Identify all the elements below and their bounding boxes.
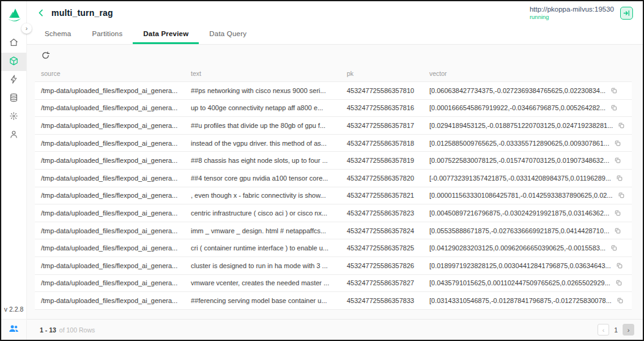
- sidebar-item-home[interactable]: [1, 34, 26, 53]
- chevron-right-icon: ›: [627, 326, 630, 334]
- sidebar-item-user[interactable]: [1, 126, 26, 144]
- next-page-button[interactable]: ›: [623, 324, 634, 335]
- cell-text: centric infrastructure ( cisco aci ) or …: [185, 209, 341, 217]
- collection-tabs: Schema Partitions Data Preview Data Quer…: [27, 24, 643, 45]
- sidebar-item-database[interactable]: [1, 53, 26, 71]
- main-content: multi_turn_rag http://pkoppa-milvus:1953…: [27, 1, 643, 340]
- vector-value: [0.00450897216796875,-0.030242919921875,…: [429, 209, 609, 217]
- copy-icon[interactable]: [614, 140, 621, 147]
- column-header-source: source: [35, 70, 185, 77]
- back-button[interactable]: [35, 7, 46, 18]
- sidebar-item-search[interactable]: [1, 71, 26, 89]
- cell-pk: 453247725586357833: [341, 297, 423, 304]
- copy-icon[interactable]: [616, 262, 623, 269]
- sidebar-collapse-toggle[interactable]: ›: [21, 23, 32, 34]
- cube-icon: [9, 56, 19, 69]
- table-row[interactable]: /tmp-data/uploaded_files/flexpod_ai_gene…: [35, 292, 632, 310]
- copy-icon[interactable]: [614, 157, 621, 164]
- cell-pk: 453247725586357816: [341, 104, 423, 111]
- sidebar-bottom: v 2.2.8: [1, 305, 26, 340]
- connection-status: running: [530, 13, 614, 21]
- copy-icon[interactable]: [614, 227, 621, 234]
- tab-data-preview[interactable]: Data Preview: [133, 24, 199, 44]
- table-header-row: source text pk vector: [35, 66, 632, 82]
- community-button[interactable]: [1, 319, 26, 340]
- connection-block: http://pkoppa-milvus:19530 running: [530, 5, 633, 21]
- vector-value: [0.0189971923828125,0.00304412841796875,…: [429, 262, 611, 269]
- cell-source: /tmp-data/uploaded_files/flexpod_ai_gene…: [35, 174, 185, 182]
- cell-source: /tmp-data/uploaded_files/flexpod_ai_gene…: [35, 209, 185, 217]
- table-row[interactable]: /tmp-data/uploaded_files/flexpod_ai_gene…: [35, 117, 632, 135]
- cell-text: imm _ vmware _ design. html # netappaffc…: [185, 227, 341, 234]
- data-preview-table: source text pk vector /tmp-data/uploaded…: [27, 66, 643, 319]
- attu-logo-icon: [6, 7, 23, 24]
- column-header-vector: vector: [423, 70, 632, 77]
- cell-text: ##4 tensor core gpu nvidia a100 tensor c…: [185, 174, 341, 182]
- table-row[interactable]: /tmp-data/uploaded_files/flexpod_ai_gene…: [35, 204, 632, 222]
- cell-text: cri ( container runtime interface ) to e…: [185, 244, 341, 252]
- cell-vector: [0.0435791015625,0.001102447509765625,0.…: [423, 279, 632, 287]
- app-version: v 2.2.8: [4, 305, 24, 313]
- cell-text: ##ferencing serving model base container…: [185, 297, 341, 304]
- table-row[interactable]: /tmp-data/uploaded_files/flexpod_ai_gene…: [35, 135, 632, 152]
- pager: ‹ 1 ›: [598, 324, 634, 335]
- sidebar-nav: [1, 34, 26, 144]
- lightning-icon: [9, 74, 19, 87]
- cell-pk: 453247725586357821: [341, 192, 423, 199]
- cell-source: /tmp-data/uploaded_files/flexpod_ai_gene…: [35, 87, 185, 94]
- sidebar-item-system[interactable]: [1, 108, 26, 126]
- cell-vector: [0.041290283203125,0.00962066650390625,-…: [423, 244, 632, 252]
- cell-vector: [0.0294189453125,-0.0188751220703125,0.0…: [423, 122, 632, 129]
- cell-source: /tmp-data/uploaded_files/flexpod_ai_gene…: [35, 227, 185, 234]
- cell-source: /tmp-data/uploaded_files/flexpod_ai_gene…: [35, 192, 185, 199]
- cell-text: ##8 chassis has eight node slots, up to …: [185, 157, 341, 164]
- table-row[interactable]: /tmp-data/uploaded_files/flexpod_ai_gene…: [35, 82, 632, 100]
- tab-data-query[interactable]: Data Query: [199, 24, 257, 44]
- refresh-button[interactable]: [40, 50, 51, 61]
- vector-value: [0.0294189453125,-0.0188751220703125,0.0…: [429, 122, 613, 129]
- row-total: of 100 Rows: [59, 326, 95, 334]
- copy-icon[interactable]: [614, 209, 621, 217]
- vector-value: [0.0001666545867919922,-0.03466796875,0.…: [429, 104, 605, 111]
- copy-icon[interactable]: [615, 279, 623, 287]
- system-burst-icon: [9, 111, 19, 124]
- cell-vector: [0.0001666545867919922,-0.03466796875,0.…: [423, 104, 632, 111]
- table-row[interactable]: /tmp-data/uploaded_files/flexpod_ai_gene…: [35, 239, 632, 257]
- copy-icon[interactable]: [610, 244, 618, 252]
- vector-value: [0.05535888671875,-0.0276336669921875,0.…: [429, 227, 609, 234]
- collection-title: multi_turn_rag: [51, 8, 113, 18]
- cell-pk: 453247725586357824: [341, 227, 423, 234]
- cell-text: ##ps networking with cisco nexus 9000 se…: [185, 87, 341, 94]
- table-row[interactable]: /tmp-data/uploaded_files/flexpod_ai_gene…: [35, 275, 632, 293]
- table-row[interactable]: /tmp-data/uploaded_files/flexpod_ai_gene…: [35, 100, 632, 118]
- user-icon: [9, 129, 19, 142]
- table-row[interactable]: /tmp-data/uploaded_files/flexpod_ai_gene…: [35, 257, 632, 275]
- copy-icon[interactable]: [610, 87, 618, 94]
- copy-icon[interactable]: [616, 297, 624, 304]
- table-row[interactable]: /tmp-data/uploaded_files/flexpod_ai_gene…: [35, 187, 632, 205]
- copy-icon[interactable]: [610, 104, 618, 111]
- current-page: 1: [613, 326, 619, 334]
- cell-vector: [0.0189971923828125,0.00304412841796875,…: [423, 262, 632, 269]
- sidebar-item-data[interactable]: [1, 89, 26, 108]
- prev-page-button[interactable]: ‹: [598, 324, 609, 335]
- disconnect-button[interactable]: [620, 7, 633, 20]
- table-row[interactable]: /tmp-data/uploaded_files/flexpod_ai_gene…: [35, 170, 632, 187]
- cell-source: /tmp-data/uploaded_files/flexpod_ai_gene…: [35, 122, 185, 129]
- copy-icon[interactable]: [618, 192, 625, 199]
- tab-schema[interactable]: Schema: [34, 24, 81, 44]
- cell-source: /tmp-data/uploaded_files/flexpod_ai_gene…: [35, 140, 185, 147]
- cell-source: /tmp-data/uploaded_files/flexpod_ai_gene…: [35, 244, 185, 252]
- copy-icon[interactable]: [618, 122, 625, 129]
- table-row[interactable]: /tmp-data/uploaded_files/flexpod_ai_gene…: [35, 152, 632, 170]
- preview-toolbar: [27, 45, 643, 66]
- chevron-left-icon: ‹: [602, 326, 605, 334]
- cell-text: up to 400ge connectivity netapp aff a800…: [185, 104, 341, 111]
- copy-icon[interactable]: [616, 174, 623, 182]
- attu-app-window: ›: [0, 0, 644, 341]
- cell-pk: 453247725586357820: [341, 174, 423, 182]
- tab-partitions[interactable]: Partitions: [81, 24, 133, 44]
- cell-vector: [0.0000115633301086425781,-0.01425933837…: [423, 192, 632, 199]
- table-row[interactable]: /tmp-data/uploaded_files/flexpod_ai_gene…: [35, 222, 632, 240]
- vector-value: [0.041290283203125,0.00962066650390625,-…: [429, 244, 605, 252]
